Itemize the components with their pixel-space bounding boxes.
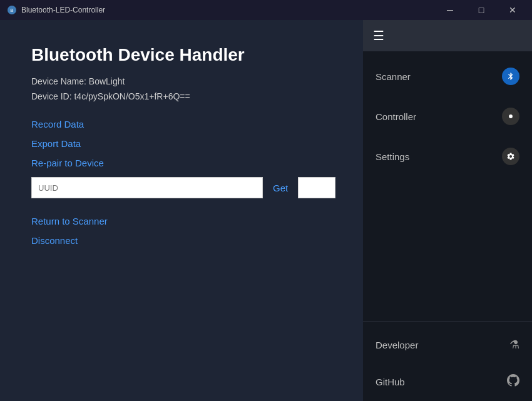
sidebar-item-github[interactable]: GitHub bbox=[363, 363, 532, 401]
sidebar-nav: Scanner Controller Settings bbox=[363, 51, 532, 321]
get-button[interactable]: Get bbox=[270, 183, 290, 193]
sidebar-item-controller[interactable]: Controller bbox=[363, 96, 532, 136]
hamburger-icon[interactable]: ☰ bbox=[373, 28, 384, 43]
uuid-value-box bbox=[298, 177, 335, 198]
uuid-row: Get bbox=[31, 177, 338, 198]
sidebar-header: ☰ bbox=[363, 20, 532, 51]
app-title: Bluetooth-LED-Controller bbox=[21, 6, 105, 14]
title-bar: B Bluetooth-LED-Controller ─ □ ✕ bbox=[0, 0, 532, 20]
bluetooth-icon bbox=[502, 68, 519, 85]
scanner-label: Scanner bbox=[376, 71, 411, 82]
controller-icon bbox=[502, 108, 519, 125]
controller-label: Controller bbox=[376, 111, 416, 122]
main-container: Bluetooth Device Handler Device Name: Bo… bbox=[0, 20, 532, 401]
content-area: Bluetooth Device Handler Device Name: Bo… bbox=[0, 20, 363, 401]
close-button[interactable]: ✕ bbox=[498, 1, 527, 19]
minimize-button[interactable]: ─ bbox=[436, 1, 464, 19]
sidebar-bottom: Developer ⚗ GitHub bbox=[363, 321, 532, 401]
uuid-input[interactable] bbox=[31, 177, 263, 198]
repair-device-link[interactable]: Re-pair to Device bbox=[31, 158, 338, 168]
record-data-link[interactable]: Record Data bbox=[31, 119, 338, 129]
settings-icon bbox=[502, 148, 519, 165]
app-icon: B bbox=[8, 6, 16, 14]
sidebar-item-settings[interactable]: Settings bbox=[363, 136, 532, 176]
title-bar-left: B Bluetooth-LED-Controller bbox=[8, 6, 105, 14]
github-icon bbox=[507, 374, 519, 390]
disconnect-link[interactable]: Disconnect bbox=[31, 235, 338, 246]
window-controls: ─ □ ✕ bbox=[436, 1, 527, 19]
export-data-link[interactable]: Export Data bbox=[31, 138, 338, 149]
developer-label: Developer bbox=[376, 340, 418, 350]
sidebar-item-developer[interactable]: Developer ⚗ bbox=[363, 327, 532, 363]
maximize-button[interactable]: □ bbox=[467, 1, 496, 19]
page-title: Bluetooth Device Handler bbox=[31, 45, 338, 65]
settings-label: Settings bbox=[376, 151, 409, 162]
device-id: Device ID: t4c/pySpkON/O5x1+fR+6Q== bbox=[31, 91, 338, 101]
svg-point-0 bbox=[509, 114, 513, 118]
return-to-scanner-link[interactable]: Return to Scanner bbox=[31, 216, 338, 226]
developer-icon: ⚗ bbox=[509, 338, 519, 352]
sidebar-item-scanner[interactable]: Scanner bbox=[363, 56, 532, 96]
device-name: Device Name: BowLight bbox=[31, 76, 338, 86]
github-label: GitHub bbox=[376, 377, 405, 387]
sidebar: ☰ Scanner Controller bbox=[363, 20, 532, 401]
